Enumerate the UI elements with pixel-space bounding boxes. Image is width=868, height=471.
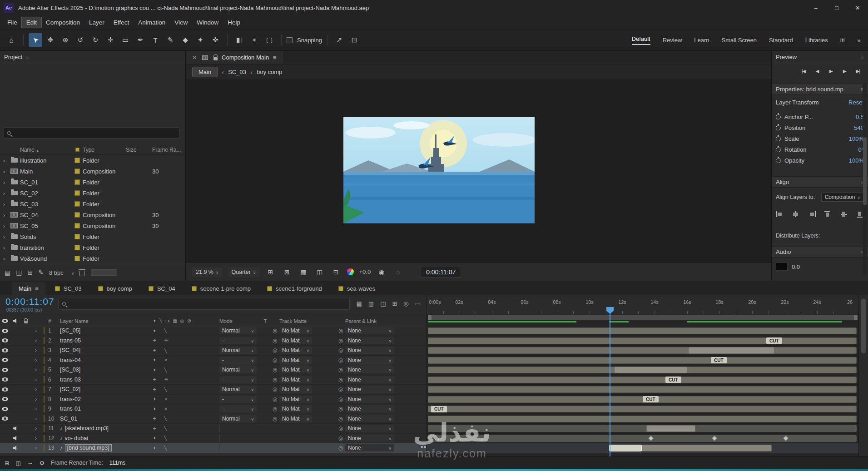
matte-select[interactable]: No Mat	[279, 366, 316, 373]
matte-pickwhip-icon[interactable]	[270, 406, 279, 412]
last-frame-button[interactable]: ▶|	[852, 66, 864, 76]
workspace-review[interactable]: Review	[663, 37, 682, 44]
bpc-dropdown-icon[interactable]	[69, 269, 74, 276]
matte-select[interactable]: No Mat	[279, 357, 316, 364]
timeline-layer-row[interactable]: 3[SC_04]✦ ╲NormalNo MatNone	[0, 346, 426, 356]
label-chip-cell[interactable]	[40, 425, 48, 431]
cut-marker[interactable]: CUT	[431, 406, 447, 412]
project-row[interactable]: SC_03Folder	[0, 198, 185, 209]
graph-row[interactable]	[427, 346, 858, 356]
workspace-learn[interactable]: Learn	[694, 37, 709, 44]
layer-name[interactable]: trans-03	[58, 377, 149, 383]
label-chip-cell[interactable]	[40, 406, 48, 412]
expand-chevron-icon[interactable]	[0, 179, 8, 186]
parent-select[interactable]: None	[345, 435, 426, 442]
layer-bar-segment[interactable]	[646, 425, 695, 432]
matte-select[interactable]: No Mat	[279, 396, 316, 403]
label-chip-cell[interactable]	[40, 396, 48, 402]
mask-visibility-icon[interactable]: ▦	[298, 268, 309, 276]
show-snapshot-icon[interactable]: ◌	[392, 268, 403, 276]
visibility-toggle[interactable]	[0, 358, 10, 362]
rotation-tool-icon[interactable]: ↻	[89, 33, 102, 47]
label-chip-cell[interactable]	[40, 357, 48, 363]
expand-chevron-icon[interactable]	[0, 223, 8, 229]
project-panel-header[interactable]: Project	[0, 51, 185, 63]
snapshot-icon[interactable]: ◉	[376, 268, 387, 276]
align-to-select[interactable]: Composition	[821, 193, 864, 202]
expand-chevron-icon[interactable]	[32, 416, 40, 422]
parent-select[interactable]: None	[345, 357, 426, 364]
view-axis-icon[interactable]: ▢	[263, 33, 276, 47]
cut-marker[interactable]: CUT	[643, 396, 659, 402]
stopwatch-icon[interactable]	[776, 125, 781, 130]
layer-switches[interactable]: ✦ ✳	[149, 377, 219, 382]
project-row[interactable]: SolidsFolder	[0, 231, 185, 242]
close-button[interactable]: ✕	[847, 0, 868, 15]
new-folder-icon[interactable]: ◫	[16, 269, 22, 276]
play-button[interactable]: ▶	[825, 66, 837, 76]
graph-row[interactable]	[427, 434, 858, 444]
expand-chevron-icon[interactable]	[32, 406, 40, 412]
matte-pickwhip-icon[interactable]	[270, 416, 279, 422]
layer-switches[interactable]: ✦ ╲	[149, 416, 219, 421]
expand-chevron-icon[interactable]	[32, 367, 40, 373]
timeline-layer-row[interactable]: 11[skateboard.mp3]✦ ╲None	[0, 424, 426, 434]
reset-link[interactable]: Reset	[848, 99, 864, 106]
property-value[interactable]: 100%	[849, 135, 864, 142]
visibility-toggle[interactable]	[0, 348, 10, 352]
maximize-button[interactable]: □	[826, 0, 847, 15]
hide-shy-icon[interactable]: ◫	[380, 300, 386, 307]
col-name[interactable]: Name	[20, 147, 72, 153]
project-row[interactable]: SC_05Composition30	[0, 220, 185, 231]
col-layer-name[interactable]: Layer Name	[58, 318, 149, 324]
axis-mode-icon[interactable]: ◧	[233, 33, 246, 47]
layer-name[interactable]: trans-04	[58, 357, 149, 363]
stopwatch-icon[interactable]	[776, 158, 781, 163]
layer-switches[interactable]: ✦ ╲	[149, 348, 219, 353]
motion-blur-icon[interactable]: ◎	[403, 300, 408, 307]
layer-name[interactable]: [SC_02]	[58, 386, 149, 392]
layer-switches[interactable]: ✦ ✳	[149, 357, 219, 362]
region-of-interest-icon[interactable]: ⊞	[265, 268, 276, 276]
label-chip[interactable]	[74, 256, 80, 261]
label-chip[interactable]	[74, 223, 80, 228]
expand-chevron-icon[interactable]	[32, 445, 40, 451]
expand-chevron-icon[interactable]	[0, 157, 8, 164]
visibility-toggle[interactable]	[0, 416, 10, 421]
layer-name[interactable]: trans-01	[58, 406, 149, 412]
close-tab-icon[interactable]	[192, 54, 197, 61]
composition-tab[interactable]: Composition Main	[186, 51, 283, 64]
parent-select[interactable]: None	[345, 337, 426, 344]
mode-select[interactable]: -	[219, 357, 260, 364]
breadcrumb-sc03[interactable]: SC_03	[228, 69, 246, 75]
label-chip[interactable]	[74, 212, 80, 218]
visibility-toggle[interactable]	[0, 407, 10, 411]
align-v-center-icon[interactable]	[840, 211, 848, 218]
zoom-fit-icon[interactable]: ↔	[27, 460, 33, 466]
parent-pickwhip-icon[interactable]	[336, 337, 345, 344]
menu-window[interactable]: Window	[192, 17, 223, 28]
snap-feature-icon[interactable]: ⊡	[347, 33, 361, 47]
timeline-scrollbar[interactable]	[858, 295, 868, 456]
guides-icon[interactable]: ◫	[314, 268, 325, 276]
align-left-icon[interactable]	[776, 211, 784, 218]
matte-pickwhip-icon[interactable]	[270, 347, 279, 353]
timeline-tab-sc03[interactable]: SC_03	[48, 282, 89, 295]
layer-switches[interactable]: ✦ ╲	[149, 436, 219, 441]
expand-chevron-icon[interactable]	[0, 255, 8, 262]
snapping-checkbox[interactable]	[287, 37, 293, 43]
col-track-matte[interactable]: Track Matte	[279, 318, 316, 324]
parent-pickwhip-icon[interactable]	[336, 445, 345, 451]
orbit-tool-icon[interactable]: ↺	[74, 33, 87, 47]
interpret-footage-icon[interactable]: ▤	[5, 269, 10, 276]
menu-view[interactable]: View	[170, 17, 192, 28]
parent-pickwhip-icon[interactable]	[336, 435, 345, 441]
expand-chevron-icon[interactable]	[0, 212, 8, 218]
scrollbar-thumb[interactable]	[863, 137, 867, 205]
local-axis-icon[interactable]: ⌖	[248, 33, 261, 47]
draft3d-icon[interactable]: ▥	[368, 300, 374, 307]
roto-brush-tool-icon[interactable]: ✦	[193, 33, 207, 47]
workspace-overflow[interactable]: Iti	[840, 37, 845, 44]
brush-tool-icon[interactable]: ✎	[164, 33, 177, 47]
transparency-grid-icon[interactable]: ⊠	[282, 268, 293, 276]
